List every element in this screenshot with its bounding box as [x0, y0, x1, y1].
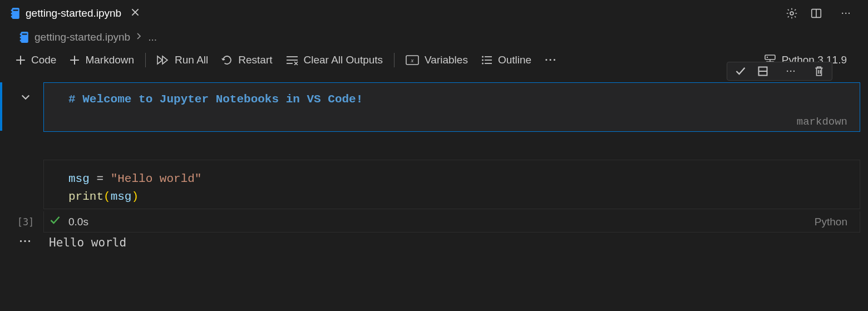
- tab-title: getting-started.ipynb: [26, 7, 121, 19]
- cell-language-label[interactable]: Python: [815, 216, 847, 228]
- svg-rect-1: [13, 9, 18, 11]
- svg-point-5: [790, 12, 793, 15]
- chevron-right-icon: [136, 32, 142, 43]
- svg-rect-2: [11, 9, 13, 11]
- variables-label: Variables: [425, 54, 468, 66]
- tab-bar: getting-started.ipynb ···: [0, 0, 868, 27]
- breadcrumb-file[interactable]: getting-started.ipynb: [34, 31, 130, 43]
- markdown-cell[interactable]: ··· # Welcome to Jupyter Notebooks in VS…: [8, 82, 860, 132]
- restart-icon: [221, 55, 233, 66]
- cell-gutter: [8, 82, 43, 132]
- svg-point-20: [482, 60, 484, 61]
- code-line: print(msg): [68, 188, 847, 206]
- chevron-down-icon[interactable]: [20, 91, 31, 104]
- plus-icon: [16, 55, 26, 65]
- success-icon: [50, 215, 61, 229]
- svg-rect-8: [21, 32, 28, 43]
- more-icon[interactable]: ···: [8, 235, 43, 249]
- plus-icon: [70, 55, 80, 65]
- add-code-button[interactable]: Code: [9, 54, 63, 66]
- md-hash: #: [68, 93, 76, 106]
- notebook-cells: ··· # Welcome to Jupyter Notebooks in VS…: [0, 72, 868, 249]
- output-text: Hello world: [43, 235, 860, 249]
- separator: [145, 53, 146, 67]
- notebook-icon: [19, 32, 29, 43]
- more-icon[interactable]: ···: [835, 9, 858, 18]
- svg-rect-4: [11, 16, 13, 17]
- clear-outputs-icon: [286, 55, 298, 65]
- run-all-button[interactable]: Run All: [150, 54, 215, 66]
- md-text: Welcome to Jupyter Notebooks in VS Code!: [76, 93, 363, 106]
- svg-point-25: [767, 57, 768, 58]
- svg-point-18: [482, 56, 484, 58]
- breadcrumb-more[interactable]: ...: [148, 31, 157, 43]
- svg-rect-11: [20, 37, 22, 38]
- outline-icon: [481, 55, 492, 65]
- gear-icon[interactable]: [786, 7, 798, 19]
- svg-rect-0: [12, 8, 19, 19]
- outline-label: Outline: [498, 54, 531, 66]
- more-icon[interactable]: ···: [780, 67, 803, 76]
- svg-rect-12: [20, 40, 22, 41]
- clear-outputs-button[interactable]: Clear All Outputs: [279, 54, 390, 66]
- code-cell[interactable]: msg = "Hello world" print(msg): [8, 160, 860, 209]
- svg-point-22: [482, 63, 484, 65]
- clear-outputs-label: Clear All Outputs: [304, 54, 383, 66]
- split-editor-icon[interactable]: [810, 7, 822, 19]
- editor-tab[interactable]: getting-started.ipynb: [0, 0, 149, 27]
- outline-button[interactable]: Outline: [475, 54, 538, 66]
- code-line: msg = "Hello world": [68, 170, 847, 188]
- svg-rect-24: [765, 55, 775, 60]
- execution-duration: 0.0s: [68, 216, 88, 228]
- cell-gutter: [8, 160, 43, 209]
- close-icon[interactable]: [130, 7, 140, 20]
- restart-label: Restart: [238, 54, 272, 66]
- code-editor[interactable]: msg = "Hello world" print(msg): [43, 160, 860, 209]
- cell-language-label[interactable]: markdown: [68, 116, 847, 128]
- add-markdown-button[interactable]: Markdown: [63, 54, 141, 66]
- variables-icon: x: [406, 55, 419, 65]
- add-code-label: Code: [31, 54, 56, 66]
- execution-count: [3]: [8, 216, 43, 228]
- svg-rect-9: [22, 33, 27, 34]
- trash-icon[interactable]: [814, 66, 824, 77]
- split-cell-icon[interactable]: [757, 66, 768, 77]
- svg-rect-3: [11, 13, 13, 14]
- notebook-icon: [10, 8, 20, 19]
- svg-text:x: x: [411, 57, 414, 63]
- check-icon[interactable]: [735, 66, 746, 77]
- run-all-label: Run All: [175, 54, 208, 66]
- markdown-editor[interactable]: # Welcome to Jupyter Notebooks in VS Cod…: [43, 82, 860, 132]
- cell-action-bar: ···: [727, 62, 832, 81]
- breadcrumb[interactable]: getting-started.ipynb ...: [0, 27, 868, 48]
- separator: [394, 53, 394, 67]
- svg-rect-10: [20, 33, 22, 35]
- restart-button[interactable]: Restart: [215, 54, 279, 66]
- variables-button[interactable]: x Variables: [399, 54, 475, 66]
- run-all-icon: [157, 55, 169, 66]
- add-markdown-label: Markdown: [85, 54, 134, 66]
- more-icon[interactable]: ···: [538, 54, 564, 66]
- cell-output: ··· Hello world: [8, 235, 860, 249]
- execution-status: [3] 0.0s Python: [8, 211, 860, 233]
- focus-indicator: [0, 82, 2, 131]
